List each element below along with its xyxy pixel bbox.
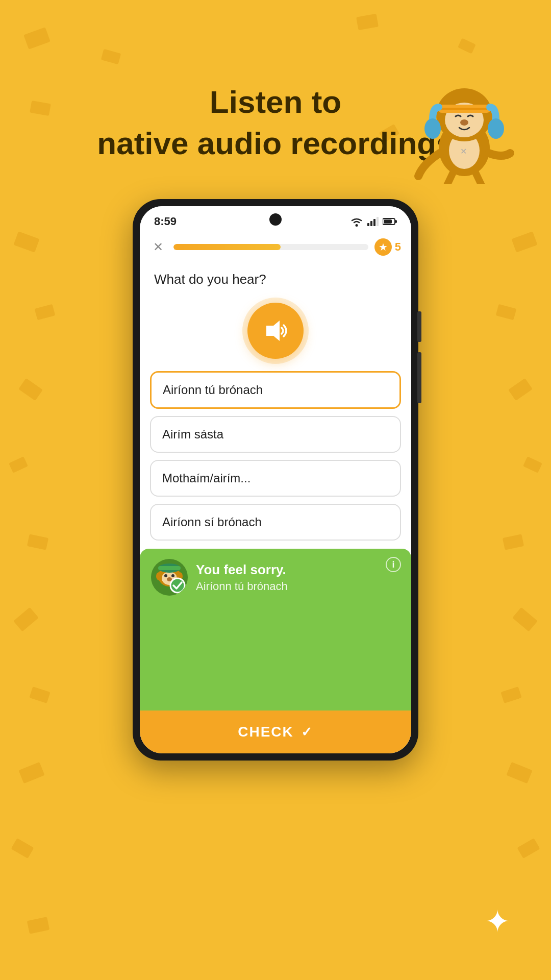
feedback-monkey-avatar (151, 559, 188, 596)
sparkle-decoration: ✦ (485, 903, 510, 939)
speaker-icon (262, 317, 289, 344)
feedback-panel: i (140, 549, 411, 710)
check-mark-icon: ✓ (301, 724, 313, 740)
confetti (512, 231, 538, 252)
header-line2: native audio recordings (97, 126, 454, 161)
svg-point-25 (156, 572, 162, 580)
answer-option-4[interactable]: Airíonn sí brónach (150, 504, 401, 541)
progress-bar-fill (173, 244, 281, 250)
camera-notch (269, 213, 282, 226)
svg-marker-18 (266, 321, 280, 341)
top-nav-bar: ✕ ★ 5 (140, 233, 411, 261)
question-text: What do you hear? (154, 272, 266, 287)
confetti (503, 534, 524, 550)
confetti (500, 687, 521, 703)
feedback-sub-text: Airíonn tú brónach (196, 580, 288, 593)
check-button-label: CHECK (238, 724, 294, 740)
star-symbol: ★ (379, 241, 388, 253)
confetti (11, 838, 34, 859)
feedback-info-icon[interactable]: i (386, 557, 401, 572)
answer-option-1[interactable]: Airíonn tú brónach (150, 371, 401, 409)
confetti (506, 762, 532, 783)
svg-point-8 (488, 118, 504, 139)
confetti (14, 231, 40, 252)
svg-rect-16 (395, 220, 397, 223)
svg-rect-13 (373, 219, 375, 226)
status-time: 8:59 (154, 215, 177, 228)
feedback-content: You feel sorry. Airíonn tú brónach (151, 559, 400, 596)
score-number: 5 (395, 240, 401, 254)
confetti (508, 378, 533, 401)
score-star-icon: ★ (374, 238, 392, 256)
answer-option-3[interactable]: Mothaím/airím... (150, 460, 401, 497)
answer-options: Airíonn tú brónach Airím sásta Mothaím/a… (140, 371, 411, 541)
svg-text:✕: ✕ (460, 147, 467, 156)
audio-button-wrapper (140, 292, 411, 371)
monkey-avatar-svg (151, 559, 188, 596)
battery-icon (383, 217, 397, 226)
svg-point-29 (170, 578, 185, 593)
confetti (23, 27, 51, 50)
phone-button-volume (417, 311, 421, 342)
confetti (356, 14, 379, 31)
score-container: ★ 5 (374, 238, 401, 256)
confetti (18, 762, 44, 783)
phone-frame: 8:59 (133, 199, 418, 761)
svg-rect-11 (367, 223, 369, 226)
status-icons (350, 216, 397, 227)
wifi-icon (350, 216, 363, 227)
confetti (35, 304, 56, 321)
progress-bar-container (173, 244, 368, 250)
signal-icon (367, 217, 379, 226)
feedback-text-block: You feel sorry. Airíonn tú brónach (196, 562, 288, 593)
svg-rect-14 (377, 217, 379, 226)
feedback-main-text: You feel sorry. (196, 562, 288, 578)
question-area: What do you hear? (140, 261, 411, 292)
header-line1: Listen to (210, 84, 341, 119)
confetti (9, 456, 28, 473)
confetti (512, 607, 538, 632)
svg-rect-17 (384, 219, 392, 224)
svg-point-4 (460, 119, 468, 126)
monkey-mascot: ✕ (408, 41, 520, 184)
confetti (13, 607, 39, 632)
phone-button-power (417, 352, 421, 403)
svg-rect-12 (370, 221, 372, 226)
answer-option-2[interactable]: Airím sásta (150, 416, 401, 453)
close-button[interactable]: ✕ (149, 238, 167, 256)
confetti (18, 378, 43, 401)
svg-point-24 (167, 577, 172, 581)
svg-rect-28 (158, 566, 181, 570)
confetti (27, 534, 48, 550)
confetti (29, 687, 50, 703)
phone-screen: 8:59 (140, 206, 411, 753)
audio-play-button[interactable] (247, 303, 304, 359)
confetti (101, 49, 121, 64)
confetti (523, 456, 542, 473)
confetti (27, 917, 50, 934)
check-button[interactable]: CHECK ✓ (140, 710, 411, 753)
confetti (496, 304, 517, 321)
svg-point-22 (164, 574, 167, 577)
svg-point-10 (356, 224, 358, 227)
svg-rect-6 (438, 108, 491, 110)
confetti (517, 838, 540, 859)
svg-point-7 (424, 118, 441, 139)
svg-point-23 (171, 574, 174, 577)
